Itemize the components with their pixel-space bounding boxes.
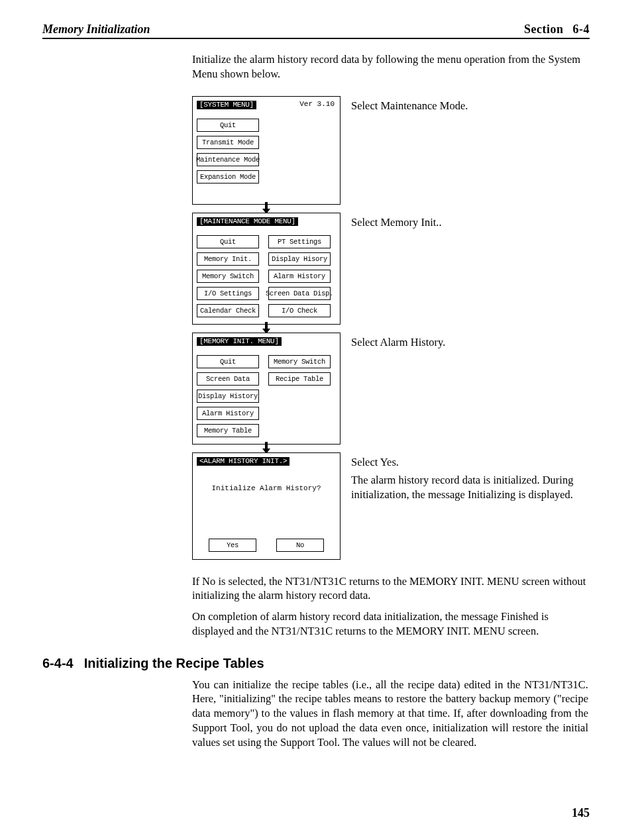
body-column: Initialize the alarm history record data… — [192, 52, 588, 639]
alarm-history-button[interactable]: Alarm History — [268, 270, 331, 283]
display-history-button[interactable]: Display History — [197, 390, 259, 403]
no-button[interactable]: No — [276, 539, 324, 552]
step-desc-line2: The alarm history record data is initial… — [351, 473, 588, 502]
flow-arrow-row — [192, 325, 341, 333]
flow-arrow-row — [192, 445, 341, 452]
after-paragraph-1: If No is selected, the NT31/NT31C return… — [192, 574, 588, 604]
page-header: Memory Initialization Section6-4 — [42, 23, 590, 39]
step-alarm-history-init: <ALARM HISTORY INIT.> Initialize Alarm H… — [192, 452, 588, 560]
expansion-mode-button[interactable]: Expansion Mode — [197, 170, 259, 184]
step-description: Select Maintenance Mode. — [351, 99, 588, 113]
header-left: Memory Initialization — [42, 23, 150, 36]
memory-init-button[interactable]: Memory Init. — [197, 252, 259, 266]
confirm-buttons: Yes No — [197, 539, 336, 552]
quit-button[interactable]: Quit — [197, 355, 259, 368]
quit-button[interactable]: Quit — [197, 119, 259, 132]
screen-title: [MAINTENANCE MODE MENU] — [197, 217, 298, 226]
button-grid: Quit Memory Switch Screen Data Recipe Ta… — [197, 355, 336, 437]
section-number: 6-4 — [573, 23, 590, 36]
screen-title: [SYSTEM MENU] — [197, 101, 256, 109]
step-system-menu: [SYSTEM MENU] Ver 3.10 Quit Transmit Mod… — [192, 96, 588, 205]
intro-paragraph: Initialize the alarm history record data… — [192, 52, 588, 81]
pt-settings-button[interactable]: PT Settings — [268, 235, 331, 248]
calendar-check-button[interactable]: Calendar Check — [197, 304, 259, 317]
page-number: 145 — [572, 806, 590, 820]
maintenance-mode-button[interactable]: Maintenance Mode — [197, 153, 259, 166]
step-description: Select Memory Init.. — [351, 215, 588, 230]
after-paragraph-2: On completion of alarm history record da… — [192, 609, 588, 639]
alarm-history-button[interactable]: Alarm History — [197, 407, 259, 420]
step-description: Select Alarm History. — [351, 335, 588, 350]
subsection-title: Initializing the Recipe Tables — [84, 656, 264, 671]
quit-button[interactable]: Quit — [197, 235, 259, 248]
step-description: Select Yes. The alarm history record dat… — [351, 455, 588, 502]
display-history-button[interactable]: Display Hisory — [268, 252, 331, 266]
step-desc-line1: Select Yes. — [351, 455, 588, 470]
subsection-body: You can initialize the recipe tables (i.… — [192, 678, 588, 750]
subsection-heading: 6-4-4 Initializing the Recipe Tables — [42, 656, 590, 671]
io-settings-button[interactable]: I/O Settings — [197, 287, 259, 300]
screen-title: [MEMORY INIT. MENU] — [197, 337, 282, 346]
screen-title: <ALARM HISTORY INIT.> — [197, 457, 290, 466]
page: Memory Initialization Section6-4 Initial… — [0, 0, 632, 840]
memory-switch-button[interactable]: Memory Switch — [197, 270, 259, 283]
section-label: Section — [524, 23, 564, 36]
recipe-table-button[interactable]: Recipe Table — [268, 372, 331, 386]
screen-system-menu: [SYSTEM MENU] Ver 3.10 Quit Transmit Mod… — [192, 96, 341, 205]
io-check-button[interactable]: I/O Check — [268, 304, 331, 317]
subsection-number: 6-4-4 — [42, 656, 74, 671]
screen-data-button[interactable]: Screen Data — [197, 372, 259, 386]
button-grid: Quit PT Settings Memory Init. Display Hi… — [197, 235, 336, 317]
step-memory-init-menu: [MEMORY INIT. MENU] Quit Memory Switch S… — [192, 333, 588, 445]
screen-memory-init-menu: [MEMORY INIT. MENU] Quit Memory Switch S… — [192, 333, 341, 445]
confirm-question: Initialize Alarm History? — [197, 484, 336, 492]
button-grid: Quit Transmit Mode Maintenance Mode Expa… — [197, 119, 336, 184]
transmit-mode-button[interactable]: Transmit Mode — [197, 136, 259, 149]
memory-table-button[interactable]: Memory Table — [197, 424, 259, 437]
menu-flow: [SYSTEM MENU] Ver 3.10 Quit Transmit Mod… — [192, 96, 588, 560]
body-column: You can initialize the recipe tables (i.… — [192, 678, 588, 750]
memory-switch-button[interactable]: Memory Switch — [268, 355, 331, 368]
screen-data-disp-button[interactable]: Screen Data Disp. — [268, 287, 331, 300]
screen-maintenance-menu: [MAINTENANCE MODE MENU] Quit PT Settings… — [192, 213, 341, 325]
version-label: Ver 3.10 — [299, 100, 335, 108]
screen-alarm-history-init: <ALARM HISTORY INIT.> Initialize Alarm H… — [192, 452, 341, 560]
step-maintenance-menu: [MAINTENANCE MODE MENU] Quit PT Settings… — [192, 213, 588, 325]
yes-button[interactable]: Yes — [209, 539, 256, 552]
header-right: Section6-4 — [524, 23, 590, 36]
flow-arrow-row — [192, 205, 341, 213]
